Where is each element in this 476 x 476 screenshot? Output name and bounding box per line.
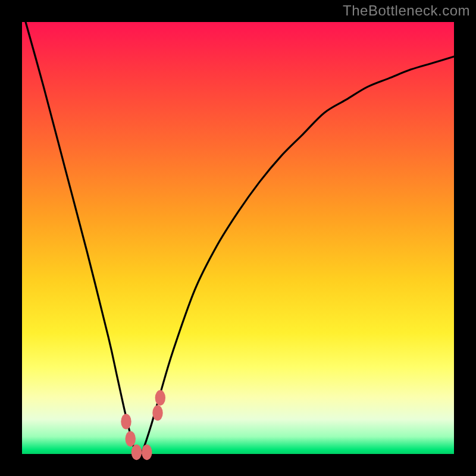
- bottleneck-curve: [22, 9, 454, 455]
- chart-frame: TheBottleneck.com: [0, 0, 476, 476]
- data-marker: [152, 405, 162, 421]
- watermark-text: TheBottleneck.com: [343, 2, 470, 19]
- data-marker: [131, 444, 142, 460]
- data-marker: [121, 414, 131, 429]
- data-marker: [155, 390, 165, 406]
- marker-group: [121, 390, 165, 461]
- plot-area: [22, 22, 454, 454]
- curve-layer: [22, 22, 454, 454]
- data-marker: [142, 444, 152, 460]
- data-marker: [126, 431, 136, 447]
